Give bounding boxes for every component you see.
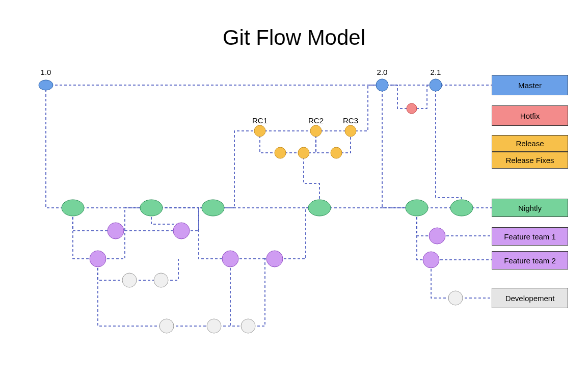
node-relfix-2	[298, 147, 309, 158]
node-nightly-2	[140, 200, 163, 216]
node-nightly-3	[202, 200, 224, 216]
lane-box-nightly: Nightly	[492, 199, 568, 217]
node-master-2.1	[430, 79, 442, 91]
node-relfix-1	[275, 147, 286, 158]
lane-label-release: Release	[516, 139, 544, 148]
node-f1-c	[429, 228, 445, 244]
node-f1-a	[108, 223, 124, 239]
node-nightly-4	[308, 200, 331, 216]
node-dev-4	[207, 319, 221, 333]
node-f2-c	[266, 251, 283, 267]
node-rc1	[254, 125, 265, 137]
node-nightly-6	[450, 200, 473, 216]
node-master-1.0	[39, 80, 53, 90]
lane-label-feature2: Feature team 2	[504, 256, 556, 265]
edge-relfix-nightly	[304, 153, 319, 208]
lane-label-release-fixes: Release Fixes	[505, 156, 554, 165]
lane-box-dev: Developement	[492, 288, 568, 308]
label-2.0: 2.0	[377, 68, 388, 76]
lane-box-release-fixes: Release Fixes	[492, 152, 568, 169]
label-rc1: RC1	[252, 116, 268, 125]
node-rc2	[310, 125, 322, 137]
edge-nightly-to-rc1	[213, 131, 260, 208]
node-nightly-1	[62, 200, 84, 216]
node-dev-6	[448, 291, 463, 305]
node-f2-d	[423, 252, 439, 268]
edge-n2-f2b	[151, 208, 230, 259]
lane-box-master: Master	[492, 75, 568, 95]
edge-2.1-nightly	[436, 85, 462, 208]
diagram-svg	[0, 0, 588, 378]
label-rc2: RC2	[308, 116, 324, 125]
node-master-2.0	[376, 79, 388, 91]
edge-f2a-n2	[98, 208, 151, 259]
diagram-title: Git Flow Model	[0, 25, 588, 50]
node-hotfix	[407, 103, 417, 114]
edge-1.0-to-nightly	[46, 85, 73, 208]
node-rc3	[345, 125, 356, 137]
node-f2-b	[222, 251, 238, 267]
lane-box-hotfix: Hotfix	[492, 105, 568, 126]
node-relfix-3	[331, 147, 342, 158]
node-dev-5	[241, 319, 255, 333]
edge-dev5-f2c	[248, 259, 275, 326]
node-f2-a	[90, 251, 106, 267]
lane-label-feature1: Feature team 1	[504, 232, 556, 241]
label-rc3: RC3	[343, 116, 358, 125]
edge-f2a-dev3	[98, 259, 167, 326]
edge-f2c-n4	[275, 208, 319, 259]
node-f1-b	[173, 223, 190, 239]
diagram-canvas: Git Flow Model 1.0 2.0 2.1 RC1 RC2 RC3 M…	[0, 0, 588, 378]
node-dev-2	[154, 273, 168, 287]
lane-label-master: Master	[518, 81, 542, 90]
node-nightly-5	[406, 200, 428, 216]
lane-box-feature1: Feature team 1	[492, 227, 568, 246]
lane-box-feature2: Feature team 2	[492, 251, 568, 269]
lane-label-nightly: Nightly	[518, 204, 542, 212]
lane-box-release: Release	[492, 135, 568, 152]
lane-label-hotfix: Hotfix	[520, 112, 540, 120]
node-dev-3	[159, 319, 174, 333]
node-dev-1	[122, 273, 137, 287]
lane-label-dev: Developement	[505, 294, 555, 303]
label-1.0: 1.0	[41, 68, 51, 76]
label-2.1: 2.1	[431, 68, 441, 76]
